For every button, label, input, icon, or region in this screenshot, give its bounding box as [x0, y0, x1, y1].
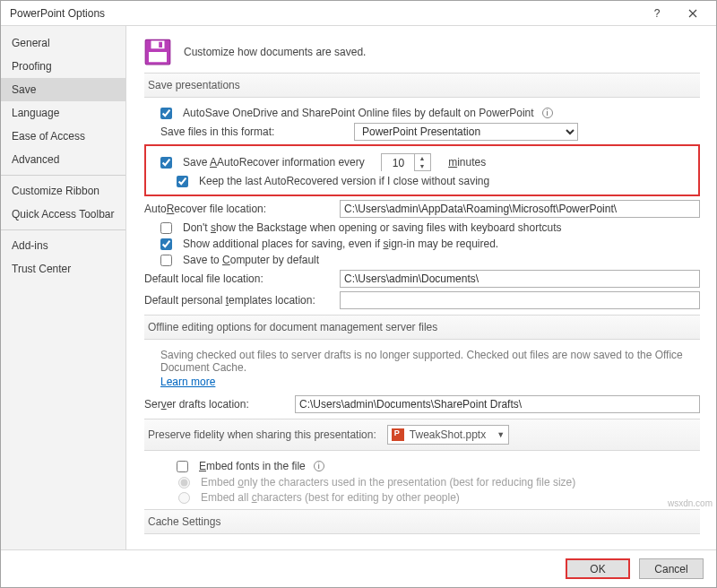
help-button[interactable]: ?: [639, 1, 675, 26]
nav-language[interactable]: Language: [1, 101, 125, 125]
preserve-file-combo[interactable]: TweakShot.pptx ▼: [387, 425, 509, 445]
server-drafts-label: Server drafts location:: [144, 398, 288, 411]
autorecover-row: Save AAutoRecover information every ▲▼ m…: [160, 153, 693, 171]
nav-separator: [1, 175, 125, 176]
embed-all-radio: [178, 492, 190, 504]
title-bar: PowerPoint Options ?: [1, 1, 716, 26]
nav-customize-ribbon[interactable]: Customize Ribbon: [1, 179, 125, 203]
section-cache: Cache Settings: [144, 509, 700, 534]
info-icon[interactable]: i: [314, 461, 324, 471]
autorecover-location-row: AutoRecover file location:: [144, 200, 700, 218]
dialog-body: General Proofing Save Language Ease of A…: [1, 26, 716, 549]
preserve-file-name: TweakShot.pptx: [410, 428, 486, 441]
close-button[interactable]: [675, 1, 711, 26]
save-format-select[interactable]: PowerPoint Presentation: [354, 123, 578, 141]
keep-last-label: Keep the last AutoRecovered version if I…: [199, 175, 489, 187]
embed-fonts-label: Embed fonts in the file: [199, 460, 306, 472]
nav-separator: [1, 229, 125, 230]
dont-show-backstage-row: Don't show the Backstage when opening or…: [160, 221, 700, 234]
panel-subtitle: Customize how documents are saved.: [184, 46, 366, 58]
save-format-label: Save files in this format:: [160, 125, 349, 138]
nav-trust-center[interactable]: Trust Center: [1, 257, 125, 281]
embed-only-used-row: Embed only the characters used in the pr…: [178, 476, 700, 489]
autorecover-minutes-input[interactable]: [382, 154, 414, 172]
category-sidebar: General Proofing Save Language Ease of A…: [1, 26, 126, 549]
autorecover-location-input[interactable]: [340, 200, 700, 218]
autorecover-label: Save AAutoRecover information every: [183, 156, 365, 169]
save-to-computer-checkbox[interactable]: [160, 255, 172, 266]
offline-note: Saving checked out files to server draft…: [160, 349, 700, 374]
embed-all-label: Embed all characters (best for editing b…: [201, 491, 460, 504]
nav-add-ins[interactable]: Add-ins: [1, 234, 125, 257]
nav-proofing[interactable]: Proofing: [1, 55, 125, 78]
default-templates-label: Default personal templates location:: [144, 294, 333, 307]
embed-fonts-checkbox[interactable]: [177, 461, 188, 472]
nav-ease-of-access[interactable]: Ease of Access: [1, 125, 125, 148]
default-templates-row: Default personal templates location:: [144, 291, 700, 309]
save-format-row: Save files in this format: PowerPoint Pr…: [160, 123, 700, 141]
save-floppy-icon: [144, 39, 171, 65]
section-preserve: Preserve fidelity when sharing this pres…: [144, 419, 700, 451]
autosave-checkbox[interactable]: [160, 108, 172, 119]
options-dialog: PowerPoint Options ? General Proofing Sa…: [0, 0, 717, 588]
keep-last-checkbox[interactable]: [177, 176, 188, 187]
info-icon[interactable]: i: [542, 108, 553, 118]
default-templates-input[interactable]: [340, 291, 700, 309]
preserve-label: Preserve fidelity when sharing this pres…: [148, 428, 376, 441]
main-panel: Customize how documents are saved. Save …: [126, 26, 716, 549]
autorecover-location-label: AutoRecover file location:: [144, 203, 333, 215]
autosave-label: AutoSave OneDrive and SharePoint Online …: [183, 107, 534, 119]
save-to-computer-row: Save to Computer by default: [160, 254, 700, 266]
dont-show-backstage-checkbox[interactable]: [160, 222, 172, 234]
cancel-button[interactable]: Cancel: [639, 558, 704, 579]
learn-more-link[interactable]: Learn more: [160, 376, 215, 388]
spinner-down-icon[interactable]: ▼: [415, 162, 428, 170]
show-additional-label: Show additional places for saving, even …: [183, 238, 498, 250]
chevron-down-icon: ▼: [497, 430, 505, 439]
svg-rect-1: [149, 52, 167, 62]
embed-only-used-radio: [178, 477, 190, 489]
autorecover-minutes-spinner[interactable]: ▲▼: [381, 153, 431, 171]
default-local-label: Default local file location:: [144, 272, 333, 285]
autorecover-highlight-box: Save AAutoRecover information every ▲▼ m…: [144, 144, 700, 196]
spinner-up-icon[interactable]: ▲: [415, 154, 428, 162]
default-local-row: Default local file location:: [144, 270, 700, 288]
svg-rect-2: [151, 41, 165, 49]
section-save-presentations: Save presentations: [144, 73, 700, 98]
ok-button[interactable]: OK: [566, 558, 630, 579]
close-icon: [688, 9, 697, 18]
nav-general[interactable]: General: [1, 31, 125, 55]
nav-advanced[interactable]: Advanced: [1, 148, 125, 171]
embed-fonts-row: Embed fonts in the file i: [177, 460, 700, 472]
embed-only-used-label: Embed only the characters used in the pr…: [201, 476, 575, 489]
dialog-footer: OK Cancel: [1, 549, 716, 587]
show-additional-row: Show additional places for saving, even …: [160, 238, 700, 250]
svg-rect-3: [159, 42, 162, 48]
minutes-label: mminutesinutes: [448, 156, 486, 169]
server-drafts-input[interactable]: [295, 395, 700, 413]
section-offline: Offline editing options for document man…: [144, 315, 700, 340]
dont-show-backstage-label: Don't show the Backstage when opening or…: [183, 221, 562, 234]
keep-last-row: Keep the last AutoRecovered version if I…: [177, 175, 693, 187]
embed-all-row: Embed all characters (best for editing b…: [178, 491, 700, 504]
autorecover-checkbox[interactable]: [160, 157, 172, 169]
server-drafts-row: Server drafts location:: [144, 395, 700, 413]
nav-save[interactable]: Save: [1, 78, 125, 101]
save-to-computer-label: Save to Computer by default: [183, 254, 319, 266]
default-local-input[interactable]: [340, 270, 700, 288]
show-additional-checkbox[interactable]: [160, 238, 172, 250]
attribution: wsxdn.com: [668, 498, 713, 508]
nav-quick-access-toolbar[interactable]: Quick Access Toolbar: [1, 203, 125, 226]
window-title: PowerPoint Options: [10, 7, 639, 20]
pptx-icon: [392, 428, 404, 441]
autosave-row: AutoSave OneDrive and SharePoint Online …: [160, 107, 700, 119]
panel-header: Customize how documents are saved.: [144, 39, 700, 65]
